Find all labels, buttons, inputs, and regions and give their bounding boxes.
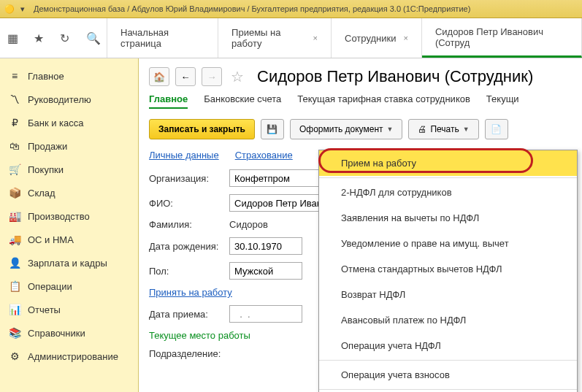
top-toolbar: ▦ ★ ↻ 🔍 Начальная страница Приемы на раб… bbox=[0, 18, 582, 58]
dd-item-2ndfl[interactable]: 2-НДФЛ для сотрудников bbox=[319, 180, 577, 205]
surname-value: Сидоров bbox=[229, 219, 268, 230]
title-text: Демонстрационная база / Абдулов Юрий Вла… bbox=[34, 4, 470, 13]
dropdown-icon[interactable]: ▾ bbox=[18, 4, 28, 14]
truck-icon: 🚚 bbox=[9, 234, 20, 245]
ledger-icon: 📋 bbox=[9, 280, 20, 292]
separator bbox=[319, 177, 577, 178]
sidebar-item-reports[interactable]: 📊Отчеты bbox=[0, 298, 138, 321]
sidebar-item-payroll[interactable]: 👤Зарплата и кадры bbox=[0, 251, 138, 274]
extra-button[interactable]: 📄 bbox=[485, 119, 508, 139]
dob-label: Дата рождения: bbox=[149, 241, 229, 252]
print-button[interactable]: 🖨 Печать▼ bbox=[408, 119, 478, 139]
close-icon[interactable]: × bbox=[313, 34, 318, 42]
sidebar-item-warehouse[interactable]: 📦Склад bbox=[0, 181, 138, 204]
favorite-star-icon[interactable]: ☆ bbox=[231, 68, 244, 85]
list-icon: ≡ bbox=[9, 70, 20, 82]
app-icon: 🟡 bbox=[4, 4, 15, 14]
apps-icon[interactable]: ▦ bbox=[7, 31, 20, 45]
sidebar-item-production[interactable]: 🏭Производство bbox=[0, 204, 138, 228]
book-icon: 📚 bbox=[9, 327, 20, 339]
sidebar-item-operations[interactable]: 📋Операции bbox=[0, 274, 138, 298]
dd-item-ndfl-op[interactable]: Операция учета НДФЛ bbox=[319, 333, 577, 358]
sidebar-item-purchases[interactable]: 🛒Покупки bbox=[0, 158, 138, 181]
tab-employees[interactable]: Сотрудники× bbox=[332, 18, 422, 58]
box-icon: 📦 bbox=[9, 187, 20, 199]
history-icon[interactable]: ↻ bbox=[60, 31, 73, 45]
close-icon[interactable]: × bbox=[403, 34, 407, 42]
department-label: Подразделение: bbox=[149, 348, 229, 359]
document-dropdown-menu: Прием на работу 2-НДФЛ для сотрудников З… bbox=[318, 150, 578, 392]
save-button[interactable]: 💾 bbox=[261, 119, 284, 139]
ruble-icon: ₽ bbox=[9, 117, 20, 128]
dd-item-return-ndfl[interactable]: Возврат НДФЛ bbox=[319, 282, 577, 307]
gear-icon: ⚙ bbox=[9, 350, 20, 362]
sidebar-item-bank[interactable]: ₽Банк и касса bbox=[0, 111, 138, 134]
sidebar-item-sales[interactable]: 🛍Продажи bbox=[0, 134, 138, 158]
org-label: Организация: bbox=[149, 173, 229, 184]
sidebar: ≡Главное 〽Руководителю ₽Банк и касса 🛍Пр… bbox=[0, 58, 139, 392]
gender-label: Пол: bbox=[149, 266, 229, 277]
star-icon[interactable]: ★ bbox=[34, 31, 47, 45]
save-close-button[interactable]: Записать и закрыть bbox=[149, 119, 255, 139]
sidebar-item-admin[interactable]: ⚙Администрирование bbox=[0, 345, 138, 368]
personal-data-link[interactable]: Личные данные bbox=[149, 150, 219, 161]
tab-home[interactable]: Начальная страница bbox=[107, 18, 218, 58]
sidebar-item-assets[interactable]: 🚚ОС и НМА bbox=[0, 228, 138, 251]
dd-item-contrib-op[interactable]: Операция учета взносов bbox=[319, 362, 577, 388]
insurance-link[interactable]: Страхование bbox=[235, 150, 293, 161]
sidebar-item-catalogs[interactable]: 📚Справочники bbox=[0, 321, 138, 345]
factory-icon: 🏭 bbox=[9, 210, 20, 222]
fio-label: ФИО: bbox=[149, 198, 229, 209]
search-icon[interactable]: 🔍 bbox=[86, 31, 99, 45]
window-titlebar: 🟡 ▾ Демонстрационная база / Абдулов Юрий… bbox=[0, 0, 582, 18]
separator bbox=[319, 389, 577, 390]
page-title: Сидоров Петр Иванович (Сотрудник) bbox=[257, 67, 533, 86]
sidebar-item-manager[interactable]: 〽Руководителю bbox=[0, 88, 138, 111]
person-icon: 👤 bbox=[9, 257, 20, 269]
dd-item-advance[interactable]: Авансовый платеж по НДФЛ bbox=[319, 307, 577, 333]
inner-tab-rate[interactable]: Текущая тарифная ставка сотрудников bbox=[297, 93, 470, 109]
surname-label: Фамилия: bbox=[149, 219, 229, 230]
hire-date-input[interactable] bbox=[229, 305, 302, 323]
chevron-down-icon: ▼ bbox=[463, 126, 470, 133]
chart-icon: 〽 bbox=[9, 93, 20, 105]
tab-employee-card[interactable]: Сидоров Петр Иванович (Сотруд bbox=[422, 18, 582, 58]
dob-input[interactable] bbox=[229, 237, 302, 255]
back-button[interactable]: ← bbox=[175, 67, 196, 86]
gender-input[interactable] bbox=[229, 262, 302, 280]
inner-tab-more[interactable]: Текущи bbox=[486, 93, 519, 109]
dd-item-deductions[interactable]: Заявления на вычеты по НДФЛ bbox=[319, 205, 577, 231]
sidebar-item-main[interactable]: ≡Главное bbox=[0, 64, 138, 88]
hire-link[interactable]: Принять на работу bbox=[149, 287, 232, 298]
tab-hiring[interactable]: Приемы на работу× bbox=[218, 18, 332, 58]
inner-tab-main[interactable]: Главное bbox=[149, 93, 188, 109]
dd-item-cancel-deduct[interactable]: Отмена стандартных вычетов НДФЛ bbox=[319, 256, 577, 282]
forward-button[interactable]: → bbox=[202, 67, 222, 86]
chevron-down-icon: ▼ bbox=[387, 126, 394, 133]
hire-date-label: Дата приема: bbox=[149, 309, 229, 320]
report-icon: 📊 bbox=[9, 304, 20, 315]
dd-item-hire[interactable]: Прием на работу bbox=[319, 150, 577, 176]
home-button[interactable]: 🏠 bbox=[149, 67, 169, 86]
cart-icon: 🛒 bbox=[9, 164, 20, 175]
dd-item-property[interactable]: Уведомление о праве на имущ. вычет bbox=[319, 231, 577, 256]
inner-tab-accounts[interactable]: Банковские счета bbox=[204, 93, 281, 109]
separator bbox=[319, 360, 577, 361]
create-document-button[interactable]: Оформить документ▼ bbox=[290, 119, 402, 139]
bag-icon: 🛍 bbox=[9, 140, 20, 152]
